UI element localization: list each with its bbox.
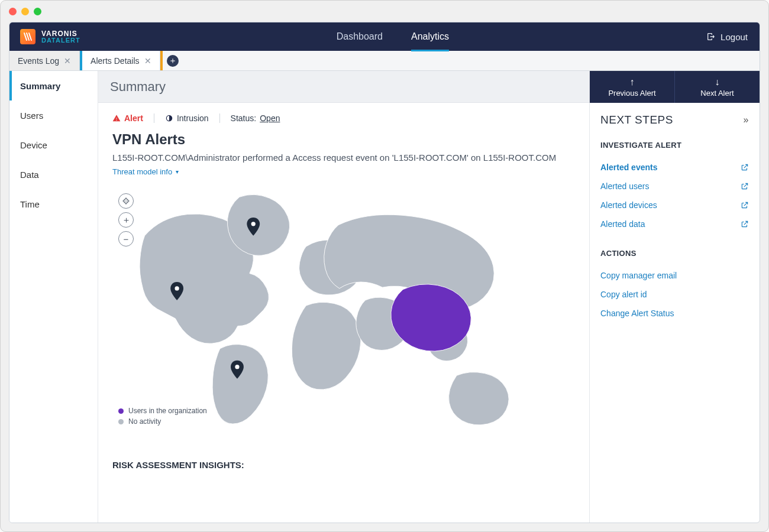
right-column: ↑ Previous Alert ↓ Next Alert NEXT STEPS… bbox=[589, 71, 760, 523]
next-steps-title-row: NEXT STEPS » bbox=[600, 113, 749, 126]
plus-icon: ＋ bbox=[167, 55, 179, 67]
sidebar: Summary Users Device Data Time bbox=[9, 71, 98, 523]
alert-nav: ↑ Previous Alert ↓ Next Alert bbox=[590, 71, 760, 103]
crosshair-icon bbox=[122, 197, 130, 205]
page-heading: Summary bbox=[98, 71, 589, 103]
legend-users-label: Users in the organization bbox=[128, 407, 207, 415]
top-nav: Dashboard Analytics bbox=[91, 22, 694, 51]
svg-point-2 bbox=[125, 200, 127, 202]
body: Summary Users Device Data Time Summary A… bbox=[9, 71, 760, 523]
brand-logo[interactable]: VARONIS DATALERT bbox=[9, 22, 91, 51]
main: Summary Alert Intrusion bbox=[98, 71, 760, 523]
arrow-up-icon: ↑ bbox=[630, 77, 635, 87]
tab-alerts-details[interactable]: Alerts Details ✕ bbox=[80, 51, 160, 70]
intrusion-chip: Intrusion bbox=[165, 113, 209, 123]
alert-title: VPN Alerts bbox=[112, 131, 575, 148]
alert-subtitle: L155I-ROOT.COM\Administrator performed a… bbox=[112, 153, 575, 163]
tab-events-log-label: Events Log bbox=[18, 56, 59, 66]
alert-chip: Alert bbox=[112, 113, 143, 123]
logout-button[interactable]: Logout bbox=[694, 22, 760, 51]
tab-events-log[interactable]: Events Log ✕ bbox=[9, 51, 80, 70]
open-external-icon bbox=[741, 220, 749, 228]
map-controls: ＋ − bbox=[118, 193, 134, 246]
close-tab-icon[interactable]: ✕ bbox=[64, 56, 71, 66]
svg-point-4 bbox=[251, 222, 256, 226]
logout-icon bbox=[706, 32, 716, 41]
map-zoom-out-button[interactable]: − bbox=[118, 231, 134, 246]
tab-alerts-details-label: Alerts Details bbox=[91, 56, 139, 66]
open-external-icon bbox=[741, 163, 749, 171]
sidebar-item-summary[interactable]: Summary bbox=[9, 71, 98, 100]
topbar: VARONIS DATALERT Dashboard Analytics Log… bbox=[9, 22, 760, 51]
insights-heading: RISK ASSESSMENT INSIGHTS: bbox=[112, 460, 575, 470]
link-alerted-data[interactable]: Alerted data bbox=[600, 215, 749, 233]
content-body: Alert Intrusion Status: Open bbox=[98, 103, 589, 523]
legend-dot-noactivity-icon bbox=[118, 419, 124, 424]
app-frame: VARONIS DATALERT Dashboard Analytics Log… bbox=[9, 22, 760, 523]
previous-alert-button[interactable]: ↑ Previous Alert bbox=[590, 71, 675, 103]
chevron-down-icon: ▾ bbox=[176, 168, 179, 175]
action-copy-alert-id[interactable]: Copy alert id bbox=[600, 285, 749, 304]
tabstrip: Events Log ✕ Alerts Details ✕ ＋ bbox=[9, 51, 760, 71]
close-tab-icon[interactable]: ✕ bbox=[144, 56, 151, 66]
mac-window: VARONIS DATALERT Dashboard Analytics Log… bbox=[0, 0, 769, 532]
add-tab[interactable]: ＋ bbox=[163, 51, 183, 70]
divider bbox=[154, 113, 154, 123]
alert-chip-row: Alert Intrusion Status: Open bbox=[112, 113, 575, 123]
sidebar-item-users[interactable]: Users bbox=[9, 100, 98, 130]
map-legend: Users in the organization No activity bbox=[118, 404, 207, 426]
link-alerted-events[interactable]: Alerted events bbox=[600, 158, 749, 177]
next-steps-panel: NEXT STEPS » INVESTIGATE ALERT Alerted e… bbox=[590, 103, 760, 333]
brand-text: VARONIS DATALERT bbox=[41, 30, 80, 44]
warning-icon bbox=[112, 114, 121, 122]
svg-point-3 bbox=[175, 286, 179, 290]
open-external-icon bbox=[741, 182, 749, 190]
window-close-button[interactable] bbox=[9, 8, 17, 15]
map-locate-button[interactable] bbox=[118, 193, 134, 209]
logout-label: Logout bbox=[720, 32, 748, 42]
action-copy-manager-email[interactable]: Copy manager email bbox=[600, 266, 749, 285]
open-external-icon bbox=[741, 201, 749, 209]
content-column: Summary Alert Intrusion bbox=[98, 71, 589, 523]
nav-dashboard[interactable]: Dashboard bbox=[337, 22, 383, 51]
link-alerted-users[interactable]: Alerted users bbox=[600, 177, 749, 196]
investigate-section-title: INVESTIGATE ALERT bbox=[600, 141, 749, 150]
nav-analytics[interactable]: Analytics bbox=[411, 22, 449, 51]
divider bbox=[219, 113, 220, 123]
legend-noactivity-label: No activity bbox=[128, 417, 161, 426]
actions-section-title: ACTIONS bbox=[600, 249, 749, 258]
map-container: ＋ − bbox=[112, 187, 575, 442]
svg-point-5 bbox=[235, 365, 239, 369]
threat-model-link[interactable]: Threat model info ▾ bbox=[112, 167, 179, 176]
arrow-down-icon: ↓ bbox=[715, 77, 720, 87]
window-minimize-button[interactable] bbox=[21, 8, 29, 15]
world-map[interactable] bbox=[112, 187, 575, 440]
next-steps-title: NEXT STEPS bbox=[600, 113, 673, 126]
window-maximize-button[interactable] bbox=[34, 8, 41, 15]
collapse-panel-button[interactable]: » bbox=[744, 115, 749, 125]
status-label: Status: bbox=[231, 113, 257, 123]
sidebar-item-time[interactable]: Time bbox=[9, 189, 98, 219]
status-value-link[interactable]: Open bbox=[260, 113, 280, 123]
link-alerted-devices[interactable]: Alerted devices bbox=[600, 196, 749, 215]
window-titlebar bbox=[1, 1, 768, 22]
shield-icon bbox=[165, 114, 173, 122]
action-change-alert-status[interactable]: Change Alert Status bbox=[600, 304, 749, 323]
map-zoom-in-button[interactable]: ＋ bbox=[118, 212, 134, 228]
legend-dot-users-icon bbox=[118, 408, 124, 414]
brand-mark-icon bbox=[20, 29, 35, 44]
next-alert-button[interactable]: ↓ Next Alert bbox=[675, 71, 760, 103]
sidebar-item-device[interactable]: Device bbox=[9, 130, 98, 160]
sidebar-item-data[interactable]: Data bbox=[9, 160, 98, 189]
status-chip: Status: Open bbox=[231, 113, 280, 123]
